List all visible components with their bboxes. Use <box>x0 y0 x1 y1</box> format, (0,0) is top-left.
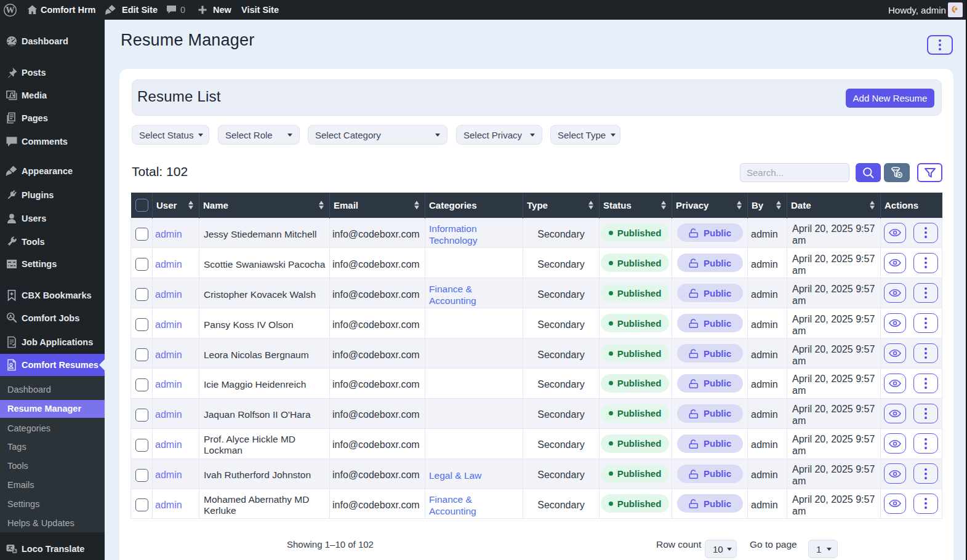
svg-text:W: W <box>6 5 15 15</box>
